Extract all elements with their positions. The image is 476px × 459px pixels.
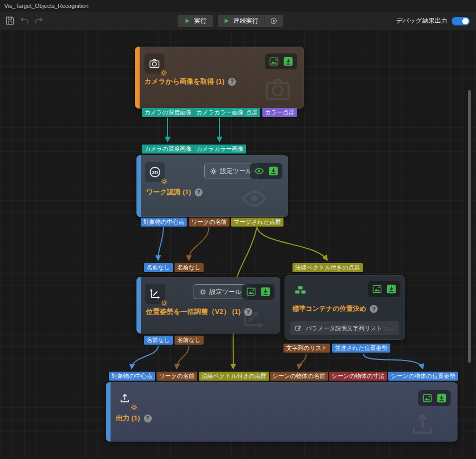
- floppy-icon: [5, 15, 15, 26]
- gear-badge-icon: [161, 300, 168, 307]
- download-icon[interactable]: [386, 284, 397, 294]
- debug-output-area: デバッグ結果出力: [396, 15, 470, 27]
- node-output[interactable]: 出力 (1) ?: [106, 382, 457, 442]
- port-camera-output-3[interactable]: カラー点群: [262, 108, 297, 117]
- redo-icon: [33, 15, 44, 26]
- node-minipanel: [418, 390, 451, 406]
- debug-output-label: デバッグ結果出力: [396, 16, 447, 25]
- titlebar: Vis_Target_Objects_Recognition: [0, 0, 476, 12]
- download-icon[interactable]: [268, 166, 279, 176]
- port-container-output-1[interactable]: 並進された位置姿勢: [332, 344, 390, 353]
- help-badge[interactable]: ?: [144, 415, 152, 422]
- run-button[interactable]: 実行: [178, 15, 213, 27]
- continuous-run-label: 連続実行: [233, 16, 259, 25]
- port-adjust-input-1[interactable]: 名前なし: [175, 263, 204, 272]
- landscape-icon[interactable]: [246, 286, 257, 297]
- port-camera-output-0[interactable]: カメラの深度画像: [142, 108, 194, 117]
- gear-badge-icon: [161, 178, 168, 185]
- port-output-input-0[interactable]: 対象物の中心点: [109, 372, 155, 381]
- node-accent-bar: [106, 382, 111, 442]
- port-output-input-1[interactable]: ワークの名前: [157, 372, 197, 381]
- node-minipanel: [368, 281, 400, 297]
- export-icon: [118, 392, 131, 404]
- camera-step-icon: [144, 53, 164, 74]
- landscape-icon[interactable]: [269, 56, 279, 67]
- help-badge[interactable]: ?: [228, 78, 236, 86]
- port-recognition-output-2[interactable]: マージされた点群: [231, 218, 283, 227]
- gear-badge-icon: [160, 69, 167, 76]
- toggle-knob: [462, 18, 469, 24]
- port-output-input-5[interactable]: シーンの物体の位置姿勢: [388, 372, 458, 381]
- help-badge[interactable]: ?: [195, 188, 203, 196]
- project-title: Vis_Target_Objects_Recognition: [4, 3, 88, 9]
- port-output-input-4[interactable]: シーンの物体の寸法: [329, 372, 387, 381]
- recognition-step-icon: [145, 162, 165, 182]
- help-badge[interactable]: ?: [370, 305, 378, 313]
- port-recognition-input-0[interactable]: カメラの深度画像: [142, 145, 194, 154]
- node-container-positioning[interactable]: 標準コンテナの位置決め ? パラメータ説明文字列リスト：Mec...: [285, 275, 405, 340]
- gear-icon: [199, 289, 206, 295]
- node-minipanel: [250, 163, 282, 179]
- container-icon: [294, 283, 307, 297]
- node-title: 位置姿勢を一括調整（V2） (1) ?: [146, 307, 252, 317]
- vertical-scrollbar[interactable]: [468, 90, 471, 363]
- port-adjust-output-0[interactable]: 名前なし: [144, 336, 173, 345]
- node-title: 出力 (1) ?: [116, 413, 152, 423]
- port-output-input-2[interactable]: 法線ベクトル付きの点群: [199, 372, 269, 381]
- node-accent-bar: [136, 277, 141, 334]
- node-title: 標準コンテナの位置決め ?: [292, 304, 378, 313]
- node-camera-capture[interactable]: カメラから画像を取得 (1) ?: [135, 47, 304, 109]
- node-minipanel: [242, 284, 274, 300]
- run-label: 実行: [194, 16, 207, 25]
- node-title: ワーク認識 (1) ?: [146, 187, 203, 197]
- transform-icon: [149, 287, 161, 300]
- debug-output-toggle[interactable]: [452, 17, 470, 25]
- camera-watermark-icon: [260, 74, 295, 105]
- parameter-row[interactable]: パラメータ説明文字列リスト：Mec...: [290, 321, 399, 335]
- continuous-run-group: 連続実行: [218, 15, 283, 27]
- eye-icon[interactable]: [254, 166, 264, 176]
- camera-icon: [148, 57, 161, 70]
- redo-button[interactable]: [33, 15, 44, 26]
- app-window: Vis_Target_Objects_Recognition 実行 連続実行 デ…: [0, 0, 476, 459]
- 3d-icon: [149, 166, 161, 178]
- download-icon[interactable]: [260, 286, 271, 297]
- undo-icon: [20, 15, 30, 26]
- node-adjust-poses[interactable]: 設定ツール 位置姿勢を一括調整（V2） (1) ?: [136, 277, 280, 334]
- port-recognition-input-1[interactable]: カメラカラー画像: [194, 145, 246, 154]
- port-container-input-0[interactable]: 法線ベクトル付きの点群: [292, 263, 363, 272]
- port-recognition-output-0[interactable]: 対象物の中心点: [141, 218, 187, 227]
- port-output-input-3[interactable]: シーンの物体の名前: [270, 372, 328, 381]
- continuous-run-button[interactable]: 連続実行: [218, 15, 264, 27]
- output-step-icon: [115, 388, 135, 408]
- landscape-icon[interactable]: [372, 284, 382, 294]
- transform-watermark-icon: [237, 303, 268, 331]
- node-accent-bar: [136, 155, 141, 217]
- node-title: カメラから画像を取得 (1) ?: [144, 77, 236, 86]
- port-container-output-0[interactable]: 文字列のリスト: [283, 344, 330, 353]
- gear-icon: [210, 168, 217, 175]
- export-watermark-icon: [406, 409, 439, 439]
- eye-watermark-icon: [236, 185, 273, 212]
- adjust-step-icon: [145, 284, 165, 304]
- port-adjust-input-0[interactable]: 名前なし: [144, 263, 173, 272]
- download-icon[interactable]: [283, 56, 294, 67]
- save-button[interactable]: [4, 15, 16, 26]
- port-camera-output-2[interactable]: 点群: [243, 108, 260, 117]
- download-icon[interactable]: [436, 393, 447, 403]
- node-work-recognition[interactable]: 設定ツール ワーク認識 (1) ?: [136, 155, 288, 217]
- play-icon: [223, 17, 230, 24]
- play-icon: [184, 17, 191, 24]
- node-accent-bar: [135, 47, 140, 109]
- target-icon: [270, 17, 278, 25]
- port-recognition-output-1[interactable]: ワークの名前: [189, 218, 230, 227]
- step-run-button[interactable]: [264, 15, 283, 27]
- node-minipanel: [265, 53, 297, 69]
- settings-tool-button[interactable]: 設定ツール: [194, 284, 248, 299]
- edit-icon: [295, 325, 302, 332]
- undo-button[interactable]: [19, 15, 31, 26]
- port-adjust-output-1[interactable]: 名前なし: [175, 336, 204, 345]
- toolbar: 実行 連続実行 デバッグ結果出力: [0, 12, 476, 30]
- port-camera-output-1[interactable]: カメラカラー画像: [194, 108, 246, 117]
- landscape-icon[interactable]: [422, 393, 433, 403]
